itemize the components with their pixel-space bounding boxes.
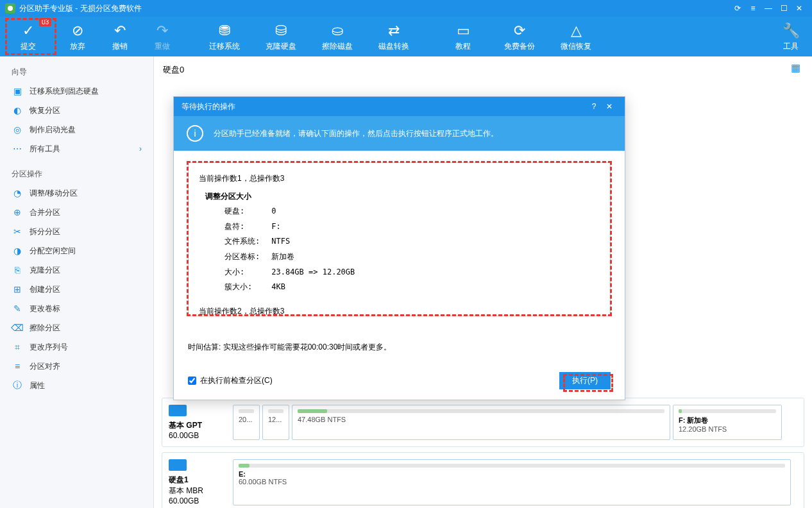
disk0-head: 硬盘0 (162, 62, 804, 78)
undo-button[interactable]: ↶撤销 (99, 17, 141, 56)
disk1-card[interactable]: 硬盘1 基本 MBR 60.00GB E:60.00GB NTFS (162, 452, 804, 508)
submit-button[interactable]: ✓ 03 提交 (0, 17, 56, 56)
dialog-close-icon[interactable]: ✕ (602, 102, 617, 111)
refresh-icon[interactable]: ⟳ (730, 1, 745, 16)
sidebar: 向导 ▣迁移系统到固态硬盘◐恢复分区◎制作启动光盘⋯所有工具› 分区操作 ◔调整… (0, 56, 154, 508)
sidebar-item[interactable]: ◔调整/移动分区 (0, 183, 153, 203)
wechat-button[interactable]: △微信恢复 (548, 17, 604, 56)
sidebar-item[interactable]: ⓘ属性 (0, 376, 153, 395)
close-icon[interactable]: ✕ (791, 1, 807, 16)
disk0-info: 基本 GPT 60.00GB (169, 405, 226, 440)
dialog-titlebar: 等待执行的操作 ? ✕ (174, 97, 625, 116)
wizard-head: 向导 (0, 63, 153, 81)
sb-icon: ◎ (12, 124, 23, 135)
wrench-icon: 🔧 (782, 22, 800, 40)
sidebar-item[interactable]: ⊞创建分区 (0, 280, 153, 299)
check-before-exec-checkbox[interactable] (188, 377, 196, 385)
table-row: 大小:23.84GB => 12.20GB (219, 266, 360, 280)
sidebar-item[interactable]: ⊕合并分区 (0, 203, 153, 222)
backup-button[interactable]: ⟳免费备份 (491, 17, 548, 56)
tutorial-button[interactable]: ▭教程 (435, 17, 491, 56)
convert-button[interactable]: ⇄磁盘转换 (366, 17, 422, 56)
menu-icon[interactable]: ≡ (745, 1, 761, 16)
toolbar: ✓ 03 提交 ⊘放弃 ↶撤销 ↷重做 ⛃迁移系统 ⛁克隆硬盘 ⛀擦除磁盘 ⇄磁… (0, 17, 812, 56)
window-title: 分区助手专业版 - 无损分区免费软件 (19, 3, 730, 14)
titlebar: 分区助手专业版 - 无损分区免费软件 ⟳ ≡ — ☐ ✕ (0, 0, 812, 17)
view-toggle-icon[interactable]: ▦ (791, 62, 800, 74)
partition[interactable]: E:60.00GB NTFS (233, 459, 791, 505)
app-icon (5, 3, 15, 13)
op1-table: 硬盘:0盘符:F:文件系统:NTFS分区卷标:新加卷大小:23.84GB => … (218, 203, 361, 296)
sidebar-item[interactable]: ✂拆分分区 (0, 222, 153, 241)
pending-ops-dialog: 等待执行的操作 ? ✕ i 分区助手已经准备就绪，请确认下面的操作，然后点击执行… (173, 96, 625, 400)
dialog-info-bar: i 分区助手已经准备就绪，请确认下面的操作，然后点击执行按钮让程序正式地工作。 (174, 116, 625, 151)
wipe-button[interactable]: ⛀擦除磁盘 (309, 17, 366, 56)
minimize-icon[interactable]: — (761, 1, 776, 16)
sb-icon: ≡ (12, 360, 23, 372)
clone-button[interactable]: ⛁克隆硬盘 (253, 17, 309, 56)
sb-icon: ◐ (12, 105, 23, 116)
dialog-title: 等待执行的操作 (182, 101, 586, 112)
chevron-right-icon: › (139, 144, 142, 153)
wipe-icon: ⛀ (332, 22, 343, 40)
partition[interactable]: 47.48GB NTFS (292, 405, 670, 440)
redo-icon: ↷ (156, 22, 168, 40)
sidebar-item[interactable]: ✎更改卷标 (0, 299, 153, 318)
sidebar-item[interactable]: ⋯所有工具› (0, 139, 153, 158)
partition[interactable]: 20... (233, 405, 260, 440)
tools-button[interactable]: 🔧工具 (770, 17, 812, 56)
sb-icon: ⎘ (12, 264, 23, 276)
disk-icon (169, 459, 187, 471)
partition[interactable]: 12... (262, 405, 289, 440)
op1-title: 调整分区大小 (205, 190, 600, 204)
disk1-map: E:60.00GB NTFS (233, 459, 797, 505)
check-label: 在执行前检查分区(C) (200, 375, 273, 386)
info-icon: i (187, 125, 203, 142)
sidebar-item[interactable]: ≡分区对齐 (0, 357, 153, 376)
disk1-info: 硬盘1 基本 MBR 60.00GB (169, 459, 226, 505)
disk0-map: 20...12...47.48GB NTFSF: 新加卷12.20GB NTFS (233, 405, 797, 440)
sidebar-item[interactable]: ◎制作启动光盘 (0, 120, 153, 139)
ops-head: 分区操作 (0, 165, 153, 183)
sidebar-item[interactable]: ▣迁移系统到固态硬盘 (0, 81, 153, 101)
op2-head: 当前操作数2，总操作数3 (199, 305, 600, 316)
maximize-icon[interactable]: ☐ (776, 1, 791, 16)
migrate-icon: ⛃ (219, 22, 230, 40)
sb-icon: ⊕ (12, 207, 23, 218)
sb-icon: ⌫ (12, 322, 23, 334)
clone-icon: ⛁ (275, 22, 287, 40)
sb-icon: ◔ (12, 187, 23, 199)
backup-icon: ⟳ (514, 22, 525, 40)
sidebar-item[interactable]: ⎘克隆分区 (0, 260, 153, 280)
sidebar-item[interactable]: ⌗更改序列号 (0, 337, 153, 357)
disk-icon (169, 405, 187, 416)
discard-icon: ⊘ (72, 22, 83, 40)
table-row: 簇大小:4KB (219, 280, 360, 294)
help-icon[interactable]: ? (586, 102, 602, 111)
disk0-card[interactable]: 基本 GPT 60.00GB 20...12...47.48GB NTFSF: … (162, 398, 804, 447)
sidebar-item[interactable]: ◑分配空闲空间 (0, 241, 153, 260)
table-row: 盘符:F: (219, 220, 360, 234)
time-estimate: 时间估算: 实现这些操作可能需要花00:00:30时间或者更多。 (188, 342, 611, 353)
sb-icon: ⊞ (12, 284, 23, 295)
execute-button[interactable]: 执行(P) (559, 372, 611, 389)
table-row: 分区卷标:新加卷 (219, 250, 360, 264)
sb-icon: ✂ (12, 226, 23, 237)
sb-icon: ⌗ (12, 341, 23, 353)
undo-icon: ↶ (114, 22, 126, 40)
badge: 03 (39, 18, 51, 26)
table-row: 文件系统:NTFS (219, 235, 360, 249)
sidebar-item[interactable]: ⌫擦除分区 (0, 318, 153, 337)
operations-list[interactable]: 当前操作数1，总操作数3 调整分区大小 硬盘:0盘符:F:文件系统:NTFS分区… (188, 162, 611, 316)
sb-icon: ▣ (12, 85, 23, 97)
sb-icon: ⋯ (12, 143, 23, 155)
partition[interactable]: F: 新加卷12.20GB NTFS (673, 405, 782, 440)
tutorial-icon: ▭ (457, 22, 470, 40)
sb-icon: ✎ (12, 303, 23, 314)
sidebar-item[interactable]: ◐恢复分区 (0, 101, 153, 120)
migrate-button[interactable]: ⛃迁移系统 (196, 17, 253, 56)
redo-button: ↷重做 (141, 17, 183, 56)
wechat-icon: △ (571, 22, 582, 40)
discard-button[interactable]: ⊘放弃 (56, 17, 99, 56)
sb-icon: ⓘ (12, 380, 23, 391)
